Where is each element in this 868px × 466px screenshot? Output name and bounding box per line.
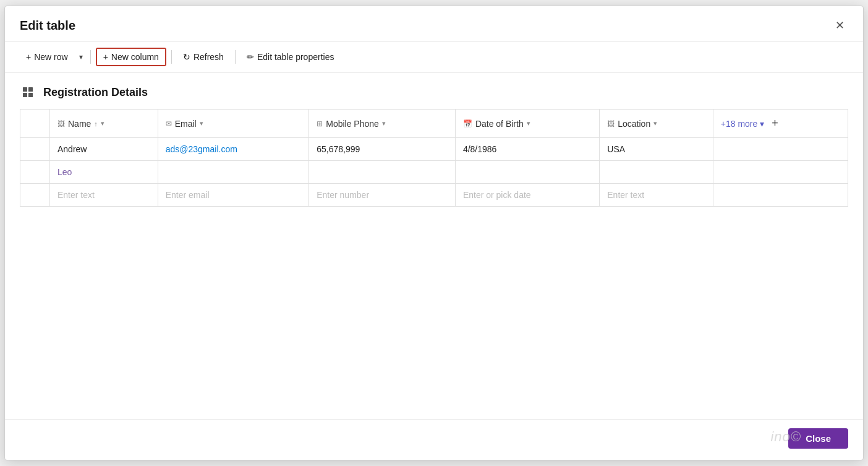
refresh-button[interactable]: ↻ Refresh <box>177 49 230 65</box>
new-row-dropdown[interactable]: ▾ <box>77 50 85 64</box>
row-num-1 <box>20 138 50 161</box>
cell-more-placeholder <box>713 184 848 207</box>
name-sort-icon: ↑ <box>94 120 98 127</box>
watermark: ino© <box>770 429 801 445</box>
close-icon: ✕ <box>835 19 845 32</box>
pencil-icon: ✏ <box>247 52 254 62</box>
name-col-icon: 🖼 <box>57 119 65 128</box>
more-columns-header: +18 more ▾ + <box>713 110 848 138</box>
dob-dropdown-icon[interactable]: ▾ <box>527 119 530 127</box>
data-table: 🖼 Name ↑ ▾ ✉ Email ▾ <box>20 109 848 207</box>
add-col-plus-icon: + <box>772 117 778 130</box>
toolbar-divider-3 <box>235 50 236 64</box>
cell-location-placeholder[interactable]: Enter text <box>600 184 713 207</box>
new-row-button[interactable]: + New row <box>20 49 74 65</box>
cell-location-1[interactable]: USA <box>600 138 713 161</box>
col-label-location: Location <box>618 119 650 129</box>
cell-mobile-placeholder[interactable]: Enter number <box>309 184 456 207</box>
table-row: Leo <box>20 161 848 184</box>
col-header-dob[interactable]: 📅 Date of Birth ▾ <box>455 110 599 138</box>
cell-mobile-2[interactable] <box>309 161 456 184</box>
modal-close-button[interactable]: ✕ <box>832 17 848 33</box>
cell-mobile-1[interactable]: 65,678,999 <box>309 138 456 161</box>
toolbar-divider-2 <box>171 50 172 64</box>
col-header-location[interactable]: 🖼 Location ▾ <box>600 110 713 138</box>
cell-email-2[interactable] <box>158 161 309 184</box>
modal-overlay: Edit table ✕ + New row ▾ + New column ↻ <box>0 0 868 466</box>
edit-table-modal: Edit table ✕ + New row ▾ + New column ↻ <box>4 6 864 460</box>
cell-dob-1[interactable]: 4/8/1986 <box>455 138 599 161</box>
toolbar: + New row ▾ + New column ↻ Refresh ✏ Edi… <box>5 41 863 73</box>
table-section: Registration Details 🖼 Name ↑ ▾ <box>5 73 863 419</box>
placeholder-row: Enter text Enter email Enter number Ente… <box>20 184 848 207</box>
chevron-down-icon: ▾ <box>79 53 83 61</box>
table-row: Andrew ads@23gmail.com 65,678,999 4/8/19… <box>20 138 848 161</box>
row-num-placeholder <box>20 184 50 207</box>
col-label-mobile: Mobile Phone <box>326 119 379 129</box>
table-name: Registration Details <box>43 86 148 99</box>
cell-email-placeholder[interactable]: Enter email <box>158 184 309 207</box>
col-label-dob: Date of Birth <box>475 119 524 129</box>
col-label-email: Email <box>175 119 197 129</box>
col-header-email[interactable]: ✉ Email ▾ <box>158 110 309 138</box>
svg-rect-0 <box>23 87 27 92</box>
row-num-2 <box>20 161 50 184</box>
row-num-header <box>20 110 50 138</box>
refresh-icon: ↻ <box>183 52 190 62</box>
col-header-name[interactable]: 🖼 Name ↑ ▾ <box>50 110 158 138</box>
svg-rect-1 <box>28 87 33 92</box>
mobile-dropdown-icon[interactable]: ▾ <box>382 119 386 127</box>
table-title-row: Registration Details <box>20 84 848 100</box>
plus-icon: + <box>26 52 31 62</box>
cell-name-2[interactable]: Leo <box>50 161 158 184</box>
location-dropdown-icon[interactable]: ▾ <box>653 119 657 127</box>
more-columns-button[interactable]: +18 more ▾ <box>721 119 765 129</box>
modal-footer: Close <box>5 419 863 460</box>
edit-table-properties-button[interactable]: ✏ Edit table properties <box>240 49 341 65</box>
svg-rect-2 <box>23 93 27 97</box>
cell-more-2 <box>713 161 848 184</box>
email-dropdown-icon[interactable]: ▾ <box>200 119 203 127</box>
mobile-col-icon: ⊞ <box>317 119 323 128</box>
cell-dob-2[interactable] <box>455 161 599 184</box>
location-col-icon: 🖼 <box>607 119 615 128</box>
cell-name-1[interactable]: Andrew <box>50 138 158 161</box>
email-col-icon: ✉ <box>166 119 172 128</box>
cell-email-1[interactable]: ads@23gmail.com <box>158 138 309 161</box>
col-label-name: Name <box>68 119 91 129</box>
modal-title: Edit table <box>20 19 75 33</box>
cell-name-placeholder[interactable]: Enter text <box>50 184 158 207</box>
modal-header: Edit table ✕ <box>5 6 863 41</box>
cell-dob-placeholder[interactable]: Enter or pick date <box>455 184 599 207</box>
more-chevron-icon: ▾ <box>760 119 764 129</box>
svg-rect-3 <box>28 93 33 97</box>
plus-new-col-icon: + <box>103 52 108 62</box>
name-dropdown-icon[interactable]: ▾ <box>101 119 104 127</box>
cell-more-1 <box>713 138 848 161</box>
more-columns-label: +18 more <box>721 119 758 129</box>
table-icon <box>20 84 36 100</box>
col-header-mobile[interactable]: ⊞ Mobile Phone ▾ <box>309 110 456 138</box>
toolbar-divider <box>90 50 91 64</box>
dob-col-icon: 📅 <box>463 119 472 128</box>
new-column-button[interactable]: + New column <box>96 48 166 66</box>
cell-location-2[interactable] <box>600 161 713 184</box>
add-column-button[interactable]: + <box>767 114 783 132</box>
